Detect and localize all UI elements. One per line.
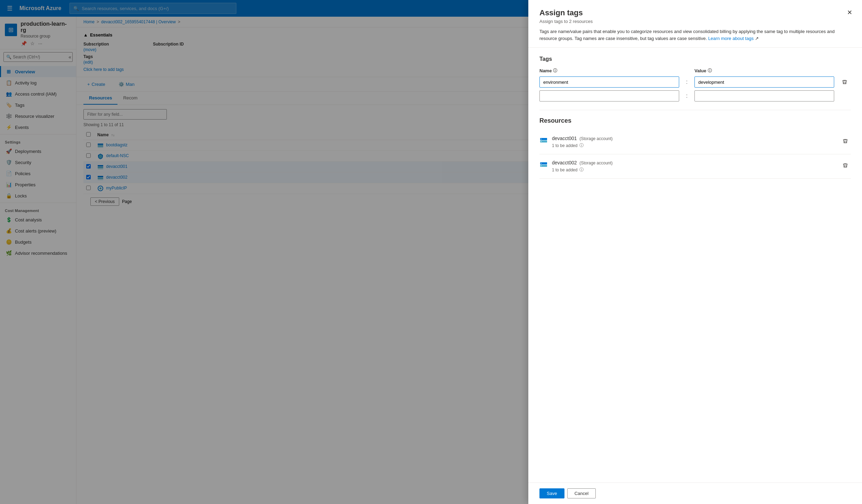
value-col-text: Value: [694, 68, 706, 73]
delete-resource1-icon: [843, 138, 848, 144]
name-info-icon[interactable]: ⓘ: [553, 68, 557, 74]
resource1-name: devacct001: [552, 136, 577, 141]
assign-tags-panel: Assign tags Assign tags to 2 resources T…: [528, 0, 862, 504]
resource2-delete-button[interactable]: [840, 160, 851, 171]
resource-item-1: devacct001 (Storage account) 1 to be add…: [539, 130, 851, 154]
resource1-storage-icon: [539, 136, 548, 146]
resource1-badge: 1 to be added ⓘ: [552, 143, 836, 148]
delete-resource2-icon: [843, 163, 848, 168]
resource2-badge-text: 1 to be added: [552, 168, 577, 172]
resource2-type: (Storage account): [579, 161, 612, 165]
modal-close-button[interactable]: ✕: [844, 7, 855, 18]
modal-title: Assign tags: [539, 8, 851, 17]
save-button[interactable]: Save: [539, 488, 564, 498]
tags-table-header: Name ⓘ Value ⓘ: [539, 68, 851, 74]
resource1-name-line: devacct001 (Storage account): [552, 136, 836, 141]
tag1-separator: :: [683, 76, 690, 88]
modal-subtitle: Assign tags to 2 resources: [539, 19, 851, 24]
resource2-body: devacct002 (Storage account) 1 to be add…: [552, 160, 836, 173]
resource2-storage-icon: [539, 161, 548, 170]
modal-description: Tags are name/value pairs that enable yo…: [539, 28, 851, 42]
tag2-name-input[interactable]: [539, 90, 679, 101]
tag1-name-input[interactable]: [539, 76, 679, 88]
tag1-value-input[interactable]: [694, 76, 834, 88]
resource-item-2: devacct002 (Storage account) 1 to be add…: [539, 154, 851, 179]
name-column-label: Name ⓘ: [539, 68, 679, 74]
cancel-button[interactable]: Cancel: [567, 488, 596, 498]
resource1-type: (Storage account): [579, 136, 612, 141]
storage-icon: [539, 161, 548, 169]
tag-row-1: :: [539, 76, 851, 88]
tag2-value-input[interactable]: [694, 90, 834, 101]
tags-section-title: Tags: [539, 56, 851, 62]
tag2-separator: :: [683, 90, 690, 101]
resources-section-title: Resources: [539, 110, 851, 124]
tag-row-2: :: [539, 90, 851, 101]
modal-description-text: Tags are name/value pairs that enable yo…: [539, 29, 835, 41]
resource2-name-line: devacct002 (Storage account): [552, 160, 836, 165]
modal-body: Tags Name ⓘ Value ⓘ :: [528, 48, 862, 482]
resource2-badge-info-icon[interactable]: ⓘ: [579, 167, 584, 173]
modal-header: Assign tags Assign tags to 2 resources T…: [528, 0, 862, 48]
delete-icon: [842, 79, 847, 85]
external-link-icon: ↗: [755, 36, 759, 41]
resource2-name: devacct002: [552, 160, 577, 165]
resource1-badge-info-icon[interactable]: ⓘ: [579, 143, 584, 148]
value-column-label: Value ⓘ: [694, 68, 834, 74]
resource1-delete-button[interactable]: [840, 136, 851, 147]
tag1-delete-button[interactable]: [838, 76, 851, 88]
resource2-badge: 1 to be added ⓘ: [552, 167, 836, 173]
name-col-text: Name: [539, 68, 552, 73]
modal-overlay[interactable]: Assign tags Assign tags to 2 resources T…: [0, 0, 862, 504]
resource1-badge-text: 1 to be added: [552, 143, 577, 148]
storage-icon: [539, 136, 548, 145]
learn-more-link[interactable]: Learn more about tags: [708, 36, 754, 41]
value-info-icon[interactable]: ⓘ: [708, 68, 712, 74]
modal-footer: Save Cancel: [528, 482, 862, 504]
resource1-body: devacct001 (Storage account) 1 to be add…: [552, 136, 836, 148]
